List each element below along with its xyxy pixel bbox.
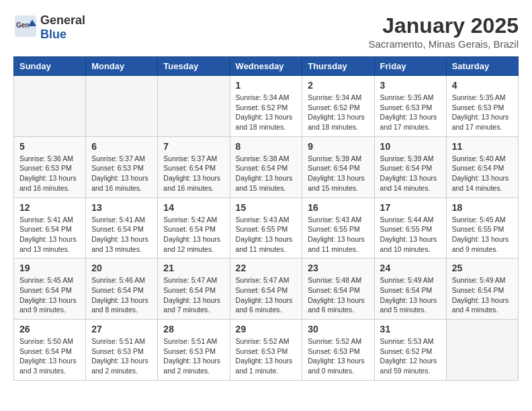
day-number: 10: [380, 141, 441, 152]
day-info: Sunrise: 5:47 AM Sunset: 6:54 PM Dayligh…: [236, 275, 297, 315]
calendar-cell: 3Sunrise: 5:35 AM Sunset: 6:53 PM Daylig…: [374, 76, 446, 137]
day-number: 21: [163, 263, 224, 273]
calendar-cell: 1Sunrise: 5:34 AM Sunset: 6:52 PM Daylig…: [230, 76, 302, 137]
day-info: Sunrise: 5:50 AM Sunset: 6:54 PM Dayligh…: [19, 336, 80, 376]
day-info: Sunrise: 5:52 AM Sunset: 6:53 PM Dayligh…: [236, 336, 297, 376]
day-info: Sunrise: 5:40 AM Sunset: 6:54 PM Dayligh…: [452, 154, 513, 193]
calendar-cell: 9Sunrise: 5:39 AM Sunset: 6:54 PM Daylig…: [302, 136, 374, 197]
calendar-cell: 7Sunrise: 5:37 AM Sunset: 6:54 PM Daylig…: [158, 136, 230, 197]
day-info: Sunrise: 5:43 AM Sunset: 6:55 PM Dayligh…: [308, 215, 368, 255]
day-info: Sunrise: 5:51 AM Sunset: 6:53 PM Dayligh…: [163, 336, 224, 376]
calendar-cell: 17Sunrise: 5:44 AM Sunset: 6:55 PM Dayli…: [374, 197, 446, 259]
calendar-cell: [158, 76, 230, 137]
calendar-week-row: 26Sunrise: 5:50 AM Sunset: 6:54 PM Dayli…: [14, 320, 519, 381]
calendar-cell: 22Sunrise: 5:47 AM Sunset: 6:54 PM Dayli…: [230, 259, 302, 320]
day-info: Sunrise: 5:34 AM Sunset: 6:52 PM Dayligh…: [236, 93, 297, 132]
calendar-week-row: 5Sunrise: 5:36 AM Sunset: 6:53 PM Daylig…: [14, 136, 519, 197]
weekday-header: Monday: [86, 57, 158, 76]
day-number: 20: [91, 263, 152, 273]
calendar-cell: 20Sunrise: 5:46 AM Sunset: 6:54 PM Dayli…: [86, 259, 158, 320]
day-info: Sunrise: 5:36 AM Sunset: 6:53 PM Dayligh…: [19, 154, 80, 193]
day-number: 28: [163, 324, 224, 334]
calendar-week-row: 19Sunrise: 5:45 AM Sunset: 6:54 PM Dayli…: [14, 259, 519, 320]
day-number: 27: [91, 324, 152, 334]
calendar-cell: 10Sunrise: 5:39 AM Sunset: 6:54 PM Dayli…: [374, 136, 446, 197]
calendar-cell: 6Sunrise: 5:37 AM Sunset: 6:53 PM Daylig…: [86, 136, 158, 197]
logo-text: General Blue: [40, 13, 85, 42]
logo-graphic: Gen: [13, 14, 38, 41]
day-number: 19: [19, 263, 80, 273]
calendar-cell: 15Sunrise: 5:43 AM Sunset: 6:55 PM Dayli…: [230, 197, 302, 259]
day-info: Sunrise: 5:41 AM Sunset: 6:54 PM Dayligh…: [91, 215, 152, 255]
main-title: January 2025: [369, 13, 519, 38]
calendar-cell: 2Sunrise: 5:34 AM Sunset: 6:52 PM Daylig…: [302, 76, 374, 137]
day-info: Sunrise: 5:39 AM Sunset: 6:54 PM Dayligh…: [380, 154, 441, 193]
day-number: 17: [380, 202, 441, 213]
weekday-header: Sunday: [14, 57, 86, 76]
day-number: 31: [380, 324, 441, 334]
day-number: 15: [236, 202, 297, 213]
calendar-cell: 27Sunrise: 5:51 AM Sunset: 6:53 PM Dayli…: [86, 320, 158, 381]
calendar-cell: 11Sunrise: 5:40 AM Sunset: 6:54 PM Dayli…: [446, 136, 518, 197]
calendar-cell: 13Sunrise: 5:41 AM Sunset: 6:54 PM Dayli…: [86, 197, 158, 259]
calendar-cell: 30Sunrise: 5:52 AM Sunset: 6:53 PM Dayli…: [302, 320, 374, 381]
day-number: 16: [308, 202, 368, 213]
day-number: 5: [19, 141, 80, 152]
calendar: SundayMondayTuesdayWednesdayThursdayFrid…: [13, 56, 519, 381]
calendar-cell: 26Sunrise: 5:50 AM Sunset: 6:54 PM Dayli…: [14, 320, 86, 381]
day-number: 26: [19, 324, 80, 334]
svg-text:Gen: Gen: [16, 21, 29, 29]
calendar-header-row: SundayMondayTuesdayWednesdayThursdayFrid…: [14, 57, 519, 76]
calendar-cell: 5Sunrise: 5:36 AM Sunset: 6:53 PM Daylig…: [14, 136, 86, 197]
day-number: 29: [236, 324, 297, 334]
day-info: Sunrise: 5:47 AM Sunset: 6:54 PM Dayligh…: [163, 275, 224, 315]
calendar-cell: 19Sunrise: 5:45 AM Sunset: 6:54 PM Dayli…: [14, 259, 86, 320]
calendar-cell: 23Sunrise: 5:48 AM Sunset: 6:54 PM Dayli…: [302, 259, 374, 320]
calendar-cell: 29Sunrise: 5:52 AM Sunset: 6:53 PM Dayli…: [230, 320, 302, 381]
day-info: Sunrise: 5:53 AM Sunset: 6:52 PM Dayligh…: [380, 336, 441, 376]
calendar-cell: 25Sunrise: 5:49 AM Sunset: 6:54 PM Dayli…: [446, 259, 518, 320]
logo-blue: Blue: [40, 28, 66, 41]
calendar-cell: 18Sunrise: 5:45 AM Sunset: 6:55 PM Dayli…: [446, 197, 518, 259]
logo: Gen General Blue: [13, 13, 85, 42]
subtitle: Sacramento, Minas Gerais, Brazil: [369, 38, 519, 50]
day-info: Sunrise: 5:35 AM Sunset: 6:53 PM Dayligh…: [452, 93, 513, 132]
day-info: Sunrise: 5:49 AM Sunset: 6:54 PM Dayligh…: [380, 275, 441, 315]
day-number: 14: [163, 202, 224, 213]
title-area: January 2025 Sacramento, Minas Gerais, B…: [369, 13, 519, 50]
day-number: 13: [91, 202, 152, 213]
day-number: 23: [308, 263, 368, 273]
weekday-header: Tuesday: [158, 57, 230, 76]
logo-general: General: [40, 13, 85, 27]
day-info: Sunrise: 5:43 AM Sunset: 6:55 PM Dayligh…: [236, 215, 297, 255]
day-number: 22: [236, 263, 297, 273]
day-info: Sunrise: 5:34 AM Sunset: 6:52 PM Dayligh…: [308, 93, 368, 132]
calendar-week-row: 12Sunrise: 5:41 AM Sunset: 6:54 PM Dayli…: [14, 197, 519, 259]
day-info: Sunrise: 5:37 AM Sunset: 6:54 PM Dayligh…: [163, 154, 224, 193]
day-number: 25: [452, 263, 513, 273]
day-info: Sunrise: 5:51 AM Sunset: 6:53 PM Dayligh…: [91, 336, 152, 376]
calendar-cell: 21Sunrise: 5:47 AM Sunset: 6:54 PM Dayli…: [158, 259, 230, 320]
header-area: Gen General Blue January 2025 Sacramento…: [13, 13, 519, 50]
calendar-cell: [86, 76, 158, 137]
day-info: Sunrise: 5:45 AM Sunset: 6:55 PM Dayligh…: [452, 215, 513, 255]
day-number: 8: [236, 141, 297, 152]
day-info: Sunrise: 5:49 AM Sunset: 6:54 PM Dayligh…: [452, 275, 513, 315]
day-info: Sunrise: 5:44 AM Sunset: 6:55 PM Dayligh…: [380, 215, 441, 255]
day-info: Sunrise: 5:52 AM Sunset: 6:53 PM Dayligh…: [308, 336, 368, 376]
calendar-cell: [446, 320, 518, 381]
weekday-header: Thursday: [302, 57, 374, 76]
calendar-cell: [14, 76, 86, 137]
day-number: 24: [380, 263, 441, 273]
day-number: 6: [91, 141, 152, 152]
calendar-cell: 16Sunrise: 5:43 AM Sunset: 6:55 PM Dayli…: [302, 197, 374, 259]
day-info: Sunrise: 5:48 AM Sunset: 6:54 PM Dayligh…: [308, 275, 368, 315]
calendar-cell: 31Sunrise: 5:53 AM Sunset: 6:52 PM Dayli…: [374, 320, 446, 381]
weekday-header: Friday: [374, 57, 446, 76]
day-info: Sunrise: 5:38 AM Sunset: 6:54 PM Dayligh…: [236, 154, 297, 193]
day-number: 3: [380, 80, 441, 91]
calendar-cell: 28Sunrise: 5:51 AM Sunset: 6:53 PM Dayli…: [158, 320, 230, 381]
calendar-week-row: 1Sunrise: 5:34 AM Sunset: 6:52 PM Daylig…: [14, 76, 519, 137]
day-info: Sunrise: 5:41 AM Sunset: 6:54 PM Dayligh…: [19, 215, 80, 255]
day-number: 2: [308, 80, 368, 91]
